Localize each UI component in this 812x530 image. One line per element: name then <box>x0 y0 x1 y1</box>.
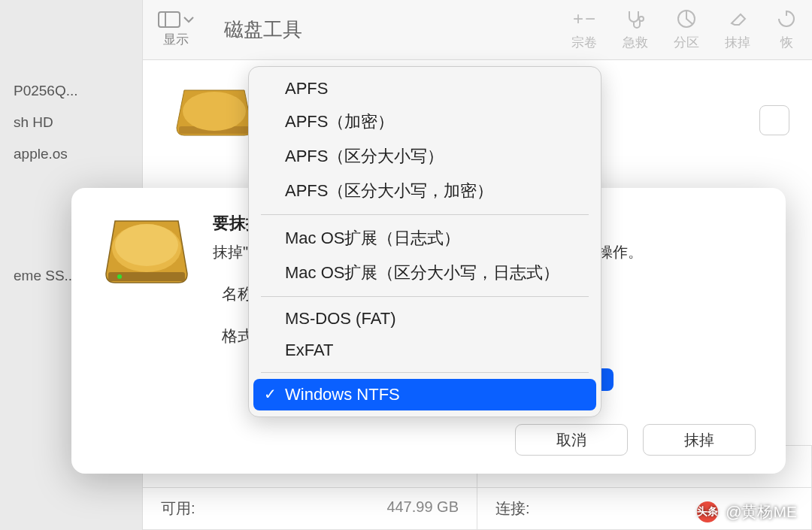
sidebar-item[interactable]: P0256Q... <box>0 75 142 107</box>
sidebar-item[interactable]: apple.os <box>0 138 142 170</box>
svg-point-8 <box>115 224 178 266</box>
info-button[interactable] <box>759 105 789 135</box>
restore-icon <box>776 8 797 29</box>
svg-rect-0 <box>159 12 180 27</box>
partition-label: 分区 <box>674 34 699 51</box>
dropdown-separator <box>261 296 589 297</box>
watermark: 头条 @黄杨ME <box>697 501 797 522</box>
dropdown-item[interactable]: Windows NTFS <box>253 379 596 410</box>
erase-confirm-button[interactable]: 抹掉 <box>643 424 756 456</box>
sidebar-item[interactable]: sh HD <box>0 107 142 138</box>
volume-button[interactable]: +− 宗卷 <box>571 8 597 51</box>
info-available: 可用:447.99 GB <box>143 488 477 530</box>
dropdown-item[interactable]: MS-DOS (FAT) <box>253 303 596 335</box>
erase-button[interactable]: 抹掉 <box>725 8 750 51</box>
eraser-icon <box>727 8 748 29</box>
restore-label: 恢 <box>780 34 793 51</box>
dropdown-item[interactable]: APFS <box>253 73 596 104</box>
partition-button[interactable]: 分区 <box>674 8 699 51</box>
view-label: 显示 <box>163 31 189 48</box>
svg-point-5 <box>183 92 246 131</box>
dropdown-item[interactable]: APFS（区分大小写） <box>253 139 596 174</box>
svg-point-9 <box>117 274 122 279</box>
svg-point-2 <box>639 17 644 21</box>
erase-label: 抹掉 <box>725 34 750 51</box>
dropdown-item[interactable]: Mac OS扩展（日志式） <box>253 221 596 256</box>
toolbar: 显示 磁盘工具 +− 宗卷 急救 分区 抹掉 恢 <box>143 0 812 60</box>
volume-label: 宗卷 <box>571 34 597 51</box>
dropdown-item[interactable]: ExFAT <box>253 335 596 366</box>
restore-button[interactable]: 恢 <box>776 8 797 51</box>
dropdown-item[interactable]: APFS（加密） <box>253 104 596 139</box>
pie-icon <box>676 8 697 29</box>
dropdown-separator <box>261 372 589 373</box>
sidebar-icon <box>158 11 180 28</box>
firstaid-label: 急救 <box>623 34 648 51</box>
dropdown-item[interactable]: Mac OS扩展（区分大小写，日志式） <box>253 256 596 290</box>
window-title: 磁盘工具 <box>224 17 302 43</box>
chevron-down-icon <box>183 16 194 23</box>
dropdown-item[interactable]: APFS（区分大小写，加密） <box>253 174 596 208</box>
cancel-button[interactable]: 取消 <box>515 424 628 456</box>
firstaid-button[interactable]: 急救 <box>623 8 648 51</box>
dropdown-separator <box>261 214 589 215</box>
watermark-logo-icon: 头条 <box>697 501 718 522</box>
stethoscope-icon <box>625 8 646 29</box>
format-dropdown: APFSAPFS（加密）APFS（区分大小写）APFS（区分大小写，加密）Mac… <box>248 66 601 417</box>
view-toggle[interactable]: 显示 <box>158 11 194 48</box>
drive-icon <box>173 83 256 143</box>
drive-icon <box>102 212 192 295</box>
